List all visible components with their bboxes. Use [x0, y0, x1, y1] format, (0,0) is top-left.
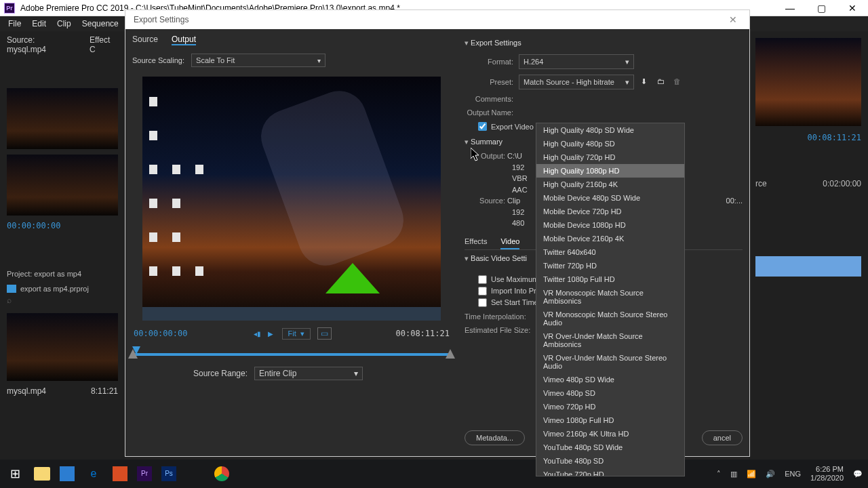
preset-option[interactable]: Mobile Device 2160p 4K [536, 232, 684, 245]
preset-option[interactable]: High Quality 720p HD [536, 150, 684, 164]
project-tab[interactable]: Project: export as mp4 [7, 270, 118, 278]
program-thumb [755, 38, 861, 126]
export-settings-heading[interactable]: Export Settings [465, 35, 743, 52]
format-label: Format: [465, 58, 519, 66]
preset-value: Match Source - High bitrate [524, 78, 614, 86]
tray-clock[interactable]: 6:26 PM 1/28/2020 [810, 465, 844, 483]
delete-preset-icon[interactable]: 🗑 [673, 77, 683, 87]
timecode-current[interactable]: 00:00:00:00 [134, 329, 187, 338]
preset-option[interactable]: High Quality 480p SD Wide [536, 123, 684, 137]
tab-source[interactable]: Source [132, 35, 158, 45]
close-icon[interactable]: ✕ [719, 11, 747, 28]
preset-dropdown-list[interactable]: High Quality 480p SD WideHigh Quality 48… [536, 123, 685, 476]
preset-option[interactable]: Mobile Device 480p SD Wide [536, 191, 684, 205]
summary-source-clip: Clip [507, 195, 520, 207]
source-tab[interactable]: Source: mysql.mp4 [7, 35, 76, 54]
preset-option[interactable]: VR Over-Under Match Source Ambisonics [536, 329, 684, 351]
preset-option[interactable]: High Quality 480p SD [536, 137, 684, 150]
preset-option[interactable]: YouTube 480p SD [536, 454, 684, 468]
tray-chevron-icon[interactable]: ˄ [717, 470, 721, 479]
comments-label: Comments: [465, 95, 519, 103]
summary-source-label: Source: [465, 195, 505, 207]
preset-option[interactable]: VR Monoscopic Match Source Ambisonics [536, 286, 684, 308]
menu-file[interactable]: File [3, 19, 26, 28]
premiere-taskbar-icon[interactable]: Pr [137, 466, 152, 481]
minimize-button[interactable]: — [774, 0, 806, 16]
scrub-bar[interactable] [125, 342, 458, 364]
project-thumb[interactable] [7, 313, 118, 381]
in-handle-icon[interactable] [128, 349, 138, 359]
vscode-icon[interactable] [60, 466, 75, 481]
preset-option[interactable]: Vimeo 720p HD [536, 400, 684, 413]
notification-icon[interactable]: 💬 [853, 470, 863, 479]
tab-output[interactable]: Output [172, 35, 196, 45]
zoom-select[interactable]: Fit ▾ [282, 328, 311, 340]
import-project-checkbox[interactable] [478, 287, 487, 296]
menu-clip[interactable]: Clip [52, 19, 77, 28]
tray-volume-icon[interactable]: 🔊 [766, 470, 775, 479]
zoom-value: Fit [288, 329, 296, 338]
preset-option[interactable]: Twitter 720p HD [536, 259, 684, 272]
menu-sequence[interactable]: Sequence [77, 19, 124, 28]
menu-edit[interactable]: Edit [26, 19, 52, 28]
preset-option[interactable]: Vimeo 1080p Full HD [536, 413, 684, 427]
format-select[interactable]: H.264 ▾ [519, 54, 634, 69]
close-button[interactable]: ✕ [837, 0, 868, 16]
tray-wifi-icon[interactable]: 📶 [747, 470, 756, 479]
tab-effects[interactable]: Effects [465, 235, 487, 249]
chevron-down-icon: ▾ [300, 329, 304, 338]
preset-option[interactable]: Twitter 1080p Full HD [536, 272, 684, 286]
preset-option[interactable]: Twitter 640x640 [536, 245, 684, 259]
timeline-clip[interactable] [755, 256, 861, 277]
import-preset-icon[interactable]: 🗀 [657, 77, 667, 87]
time-interp-label: Time Interpolation: [465, 312, 539, 321]
edge-icon[interactable]: e [84, 464, 103, 483]
export-settings-dialog: Export Settings ✕ Source Output Source S… [125, 9, 750, 457]
aspect-icon[interactable]: ▭ [317, 327, 332, 340]
effect-tab[interactable]: Effect C [90, 35, 118, 54]
export-video-checkbox[interactable] [478, 122, 487, 131]
scaling-select[interactable]: Scale To Fit ▾ [191, 54, 326, 67]
tray-network-icon[interactable]: ▥ [730, 470, 737, 479]
set-start-tc-checkbox[interactable] [478, 298, 487, 307]
chrome-icon[interactable] [214, 466, 229, 481]
tray-lang[interactable]: ENG [785, 470, 801, 478]
preset-option[interactable]: YouTube 480p SD Wide [536, 441, 684, 454]
chevron-down-icon: ▾ [317, 57, 321, 64]
cancel-button[interactable]: ancel [702, 430, 743, 445]
explorer-icon[interactable] [34, 467, 50, 481]
photoshop-icon[interactable]: Ps [161, 466, 176, 481]
out-handle-icon[interactable] [446, 349, 455, 359]
play-icon[interactable]: ▶ [268, 330, 273, 338]
preset-option[interactable]: YouTube 720p HD [536, 468, 684, 476]
preset-option[interactable]: High Quality 2160p 4K [536, 178, 684, 191]
source-range-value: Entire Clip [259, 369, 296, 378]
save-preset-icon[interactable]: ⬇ [641, 77, 650, 87]
timeline-source: rce [755, 179, 767, 188]
preset-label: Preset: [465, 78, 519, 86]
bg-left-column: Source: mysql.mp4 Effect C 00:00:00:00 P… [0, 31, 125, 460]
tab-video[interactable]: Video [500, 235, 519, 249]
camtasia-icon[interactable] [113, 466, 127, 481]
preset-option[interactable]: Mobile Device 1080p HD [536, 218, 684, 232]
preset-select[interactable]: Match Source - High bitrate ▾ [519, 75, 634, 89]
preset-option[interactable]: Vimeo 480p SD Wide [536, 373, 684, 386]
chevron-down-icon: ▾ [625, 58, 629, 66]
export-video-label: Export Video [491, 123, 534, 131]
prev-frame-icon[interactable]: ◂▮ [254, 330, 261, 338]
metadata-button[interactable]: Metadata... [465, 430, 525, 445]
prproj-name[interactable]: export as mp4.prproj [20, 285, 89, 293]
preset-option[interactable]: Vimeo 2160p 4K Ultra HD [536, 427, 684, 441]
preset-option[interactable]: Vimeo 480p SD [536, 386, 684, 400]
preset-option[interactable]: Mobile Device 720p HD [536, 205, 684, 218]
preset-option[interactable]: VR Monoscopic Match Source Stereo Audio [536, 308, 684, 329]
source-range-select[interactable]: Entire Clip ▾ [254, 367, 363, 380]
preset-option[interactable]: High Quality 1080p HD [536, 164, 684, 178]
use-max-checkbox[interactable] [478, 275, 487, 284]
dialog-title: Export Settings [134, 15, 189, 24]
scaling-value: Scale To Fit [196, 56, 235, 64]
maximize-button[interactable]: ▢ [806, 0, 837, 16]
transport-controls: ◂▮ ▶ [252, 329, 275, 338]
start-menu-icon[interactable]: ⊞ [5, 464, 24, 483]
preset-option[interactable]: VR Over-Under Match Source Stereo Audio [536, 351, 684, 373]
